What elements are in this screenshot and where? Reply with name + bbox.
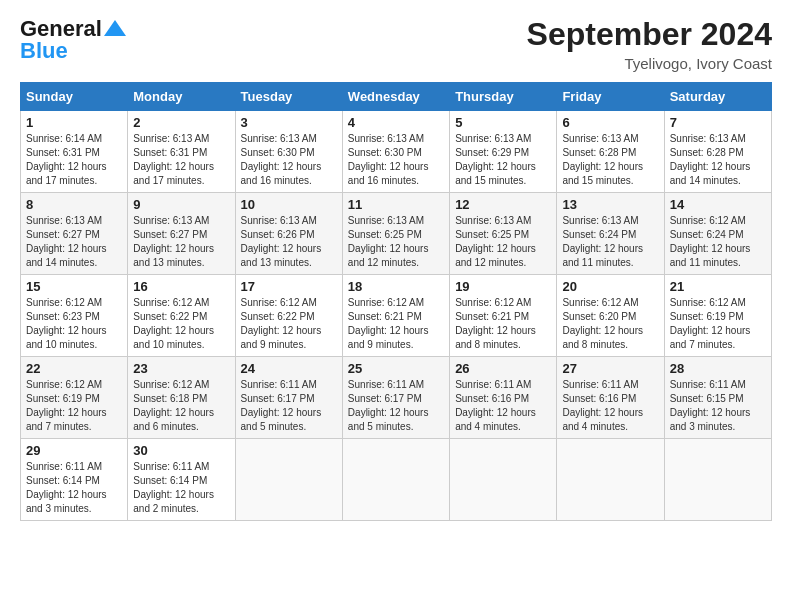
calendar-cell <box>450 439 557 521</box>
calendar-cell: 12Sunrise: 6:13 AMSunset: 6:25 PMDayligh… <box>450 193 557 275</box>
day-number: 23 <box>133 361 229 376</box>
col-saturday: Saturday <box>664 83 771 111</box>
calendar-cell <box>557 439 664 521</box>
day-info: Sunrise: 6:13 AMSunset: 6:26 PMDaylight:… <box>241 214 337 270</box>
day-number: 2 <box>133 115 229 130</box>
calendar-cell: 13Sunrise: 6:13 AMSunset: 6:24 PMDayligh… <box>557 193 664 275</box>
svg-marker-0 <box>104 20 126 36</box>
day-info: Sunrise: 6:12 AMSunset: 6:23 PMDaylight:… <box>26 296 122 352</box>
day-info: Sunrise: 6:11 AMSunset: 6:15 PMDaylight:… <box>670 378 766 434</box>
day-info: Sunrise: 6:13 AMSunset: 6:28 PMDaylight:… <box>562 132 658 188</box>
col-tuesday: Tuesday <box>235 83 342 111</box>
day-number: 24 <box>241 361 337 376</box>
calendar-cell: 23Sunrise: 6:12 AMSunset: 6:18 PMDayligh… <box>128 357 235 439</box>
calendar-cell: 21Sunrise: 6:12 AMSunset: 6:19 PMDayligh… <box>664 275 771 357</box>
calendar-cell: 14Sunrise: 6:12 AMSunset: 6:24 PMDayligh… <box>664 193 771 275</box>
day-number: 7 <box>670 115 766 130</box>
day-info: Sunrise: 6:13 AMSunset: 6:25 PMDaylight:… <box>455 214 551 270</box>
day-number: 18 <box>348 279 444 294</box>
calendar-cell <box>342 439 449 521</box>
calendar-cell: 15Sunrise: 6:12 AMSunset: 6:23 PMDayligh… <box>21 275 128 357</box>
calendar-cell: 17Sunrise: 6:12 AMSunset: 6:22 PMDayligh… <box>235 275 342 357</box>
calendar-cell: 9Sunrise: 6:13 AMSunset: 6:27 PMDaylight… <box>128 193 235 275</box>
day-number: 25 <box>348 361 444 376</box>
day-number: 3 <box>241 115 337 130</box>
title-block: September 2024 Tyelivogo, Ivory Coast <box>527 16 772 72</box>
day-number: 4 <box>348 115 444 130</box>
day-info: Sunrise: 6:11 AMSunset: 6:17 PMDaylight:… <box>348 378 444 434</box>
calendar-table: Sunday Monday Tuesday Wednesday Thursday… <box>20 82 772 521</box>
calendar-cell: 8Sunrise: 6:13 AMSunset: 6:27 PMDaylight… <box>21 193 128 275</box>
calendar-cell: 1Sunrise: 6:14 AMSunset: 6:31 PMDaylight… <box>21 111 128 193</box>
day-number: 12 <box>455 197 551 212</box>
day-number: 15 <box>26 279 122 294</box>
day-info: Sunrise: 6:12 AMSunset: 6:21 PMDaylight:… <box>455 296 551 352</box>
day-info: Sunrise: 6:13 AMSunset: 6:31 PMDaylight:… <box>133 132 229 188</box>
day-number: 6 <box>562 115 658 130</box>
day-info: Sunrise: 6:13 AMSunset: 6:28 PMDaylight:… <box>670 132 766 188</box>
calendar-cell: 19Sunrise: 6:12 AMSunset: 6:21 PMDayligh… <box>450 275 557 357</box>
calendar-cell: 22Sunrise: 6:12 AMSunset: 6:19 PMDayligh… <box>21 357 128 439</box>
day-info: Sunrise: 6:11 AMSunset: 6:17 PMDaylight:… <box>241 378 337 434</box>
calendar-week-row: 1Sunrise: 6:14 AMSunset: 6:31 PMDaylight… <box>21 111 772 193</box>
calendar-cell: 11Sunrise: 6:13 AMSunset: 6:25 PMDayligh… <box>342 193 449 275</box>
calendar-cell: 6Sunrise: 6:13 AMSunset: 6:28 PMDaylight… <box>557 111 664 193</box>
day-number: 21 <box>670 279 766 294</box>
day-number: 27 <box>562 361 658 376</box>
day-info: Sunrise: 6:13 AMSunset: 6:25 PMDaylight:… <box>348 214 444 270</box>
calendar-cell: 18Sunrise: 6:12 AMSunset: 6:21 PMDayligh… <box>342 275 449 357</box>
day-info: Sunrise: 6:13 AMSunset: 6:30 PMDaylight:… <box>241 132 337 188</box>
calendar-week-row: 8Sunrise: 6:13 AMSunset: 6:27 PMDaylight… <box>21 193 772 275</box>
day-number: 1 <box>26 115 122 130</box>
day-info: Sunrise: 6:13 AMSunset: 6:30 PMDaylight:… <box>348 132 444 188</box>
day-number: 28 <box>670 361 766 376</box>
day-number: 14 <box>670 197 766 212</box>
day-number: 5 <box>455 115 551 130</box>
logo: General Blue <box>20 16 126 64</box>
day-number: 11 <box>348 197 444 212</box>
day-number: 26 <box>455 361 551 376</box>
calendar-cell: 27Sunrise: 6:11 AMSunset: 6:16 PMDayligh… <box>557 357 664 439</box>
month-title: September 2024 <box>527 16 772 53</box>
day-number: 13 <box>562 197 658 212</box>
calendar-week-row: 29Sunrise: 6:11 AMSunset: 6:14 PMDayligh… <box>21 439 772 521</box>
calendar-cell: 24Sunrise: 6:11 AMSunset: 6:17 PMDayligh… <box>235 357 342 439</box>
calendar-cell: 20Sunrise: 6:12 AMSunset: 6:20 PMDayligh… <box>557 275 664 357</box>
day-number: 30 <box>133 443 229 458</box>
day-info: Sunrise: 6:11 AMSunset: 6:14 PMDaylight:… <box>26 460 122 516</box>
calendar-cell: 26Sunrise: 6:11 AMSunset: 6:16 PMDayligh… <box>450 357 557 439</box>
day-number: 19 <box>455 279 551 294</box>
calendar-cell: 5Sunrise: 6:13 AMSunset: 6:29 PMDaylight… <box>450 111 557 193</box>
day-info: Sunrise: 6:11 AMSunset: 6:16 PMDaylight:… <box>562 378 658 434</box>
day-number: 29 <box>26 443 122 458</box>
page: General Blue September 2024 Tyelivogo, I… <box>0 0 792 612</box>
header: General Blue September 2024 Tyelivogo, I… <box>20 16 772 72</box>
col-monday: Monday <box>128 83 235 111</box>
day-info: Sunrise: 6:13 AMSunset: 6:24 PMDaylight:… <box>562 214 658 270</box>
calendar-header-row: Sunday Monday Tuesday Wednesday Thursday… <box>21 83 772 111</box>
calendar-cell: 29Sunrise: 6:11 AMSunset: 6:14 PMDayligh… <box>21 439 128 521</box>
calendar-cell: 25Sunrise: 6:11 AMSunset: 6:17 PMDayligh… <box>342 357 449 439</box>
calendar-cell: 2Sunrise: 6:13 AMSunset: 6:31 PMDaylight… <box>128 111 235 193</box>
calendar-cell: 3Sunrise: 6:13 AMSunset: 6:30 PMDaylight… <box>235 111 342 193</box>
calendar-cell: 28Sunrise: 6:11 AMSunset: 6:15 PMDayligh… <box>664 357 771 439</box>
day-info: Sunrise: 6:13 AMSunset: 6:27 PMDaylight:… <box>133 214 229 270</box>
day-number: 20 <box>562 279 658 294</box>
day-number: 16 <box>133 279 229 294</box>
day-info: Sunrise: 6:12 AMSunset: 6:24 PMDaylight:… <box>670 214 766 270</box>
day-number: 8 <box>26 197 122 212</box>
calendar-cell: 4Sunrise: 6:13 AMSunset: 6:30 PMDaylight… <box>342 111 449 193</box>
calendar-cell <box>235 439 342 521</box>
col-friday: Friday <box>557 83 664 111</box>
calendar-cell: 30Sunrise: 6:11 AMSunset: 6:14 PMDayligh… <box>128 439 235 521</box>
location: Tyelivogo, Ivory Coast <box>527 55 772 72</box>
day-info: Sunrise: 6:12 AMSunset: 6:22 PMDaylight:… <box>133 296 229 352</box>
day-number: 22 <box>26 361 122 376</box>
day-number: 17 <box>241 279 337 294</box>
calendar-cell: 10Sunrise: 6:13 AMSunset: 6:26 PMDayligh… <box>235 193 342 275</box>
day-info: Sunrise: 6:12 AMSunset: 6:20 PMDaylight:… <box>562 296 658 352</box>
col-sunday: Sunday <box>21 83 128 111</box>
day-number: 9 <box>133 197 229 212</box>
calendar-cell <box>664 439 771 521</box>
day-info: Sunrise: 6:11 AMSunset: 6:16 PMDaylight:… <box>455 378 551 434</box>
